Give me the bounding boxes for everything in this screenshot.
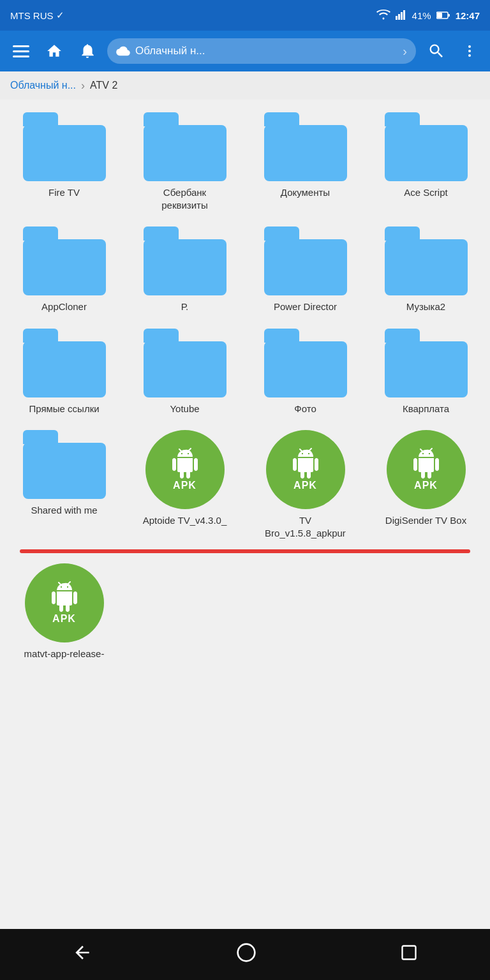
android-icon [170,448,200,479]
folder-label: Сбербанк реквизиты [140,186,230,211]
folder-pryamye[interactable]: Прямые ссылки [5,321,123,420]
breadcrumb-parent[interactable]: Облачный н... [10,80,76,91]
folder-muzyka2[interactable]: Музыка2 [367,219,485,318]
folder-label: Фото [294,403,316,415]
apk-label: Aptoide TV_v4.3.0_ [143,514,226,527]
bottom-nav [0,929,490,980]
wifi-icon [376,10,390,22]
empty-cell [126,556,244,665]
empty-cell [246,556,364,665]
folder-appcloner[interactable]: AppCloner [5,219,123,318]
more-vert-icon [462,42,477,60]
more-options-button[interactable] [457,37,482,65]
file-grid: Fire TV Сбербанк реквизиты Документы Ace… [0,100,490,549]
cloud-breadcrumb-pill[interactable]: Облачный н... › [107,38,416,64]
back-icon [72,942,93,963]
status-indicators: 41% 12:47 [376,10,480,22]
cloud-label: Облачный н... [135,45,205,57]
status-bar: MTS RUS ✓ 41% 12:47 [0,0,490,31]
hamburger-menu-button[interactable] [8,40,34,63]
apk-badge: APK [293,480,317,491]
battery-icon [436,10,450,21]
apk-badge: APK [414,480,438,491]
apk-badge: APK [52,613,76,625]
folder-label: Ace Script [404,186,447,199]
apk-icon: APK [387,430,466,509]
recents-icon [400,944,418,961]
home-icon [46,43,63,59]
folder-yotube[interactable]: Yotube [126,321,244,420]
svg-point-7 [468,45,471,48]
signal-bars-icon [396,10,407,22]
folder-kvarplata[interactable]: Кварплата [367,321,485,420]
home-button[interactable] [41,38,68,64]
folder-label: Power Director [274,301,337,313]
folder-documents[interactable]: Документы [246,105,364,216]
svg-rect-11 [403,946,416,959]
folder-power-director[interactable]: Power Director [246,219,364,318]
android-icon [411,448,442,479]
svg-rect-1 [398,14,400,20]
apk-aptoide[interactable]: APK Aptoide TV_v4.3.0_ [126,422,244,544]
svg-rect-6 [448,14,450,17]
svg-rect-2 [401,12,403,20]
empty-cell [367,556,485,665]
svg-point-10 [238,944,255,961]
notifications-button[interactable] [74,38,101,64]
apk-badge: APK [173,480,197,491]
apk-label: matvt-app-release- [24,648,105,660]
android-icon [290,448,321,479]
apk-label: TV Bro_v1.5.8_apkpur [261,514,350,539]
svg-rect-3 [403,10,405,20]
folder-label: Прямые ссылки [29,403,99,415]
search-icon [427,42,445,60]
back-button[interactable] [57,936,108,974]
android-icon [49,581,80,612]
apk-label: DigiSender TV Box [385,514,466,527]
svg-point-9 [468,54,471,57]
folder-label: Fire TV [48,186,80,199]
apk-tv-bro[interactable]: APK TV Bro_v1.5.8_apkpur [246,422,364,544]
clock: 12:47 [456,10,480,21]
folder-r[interactable]: Р. [126,219,244,318]
folder-fire-tv[interactable]: Fire TV [5,105,123,216]
svg-rect-5 [437,13,442,18]
folder-shared-with-me[interactable]: Shared with me [5,422,123,544]
apk-matvt[interactable]: APK matvt-app-release- [5,556,123,665]
search-button[interactable] [422,37,450,65]
folder-ace-script[interactable]: Ace Script [367,105,485,216]
svg-rect-0 [396,16,397,20]
folder-label: Yotube [170,403,199,415]
breadcrumb-path: Облачный н... › ATV 2 [0,71,490,100]
folder-sberbank[interactable]: Сбербанк реквизиты [126,105,244,216]
folder-label: Документы [281,186,330,199]
battery-level: 41% [412,10,431,21]
apk-icon: APK [145,430,225,509]
chevron-right-icon: › [403,44,407,59]
hamburger-icon [13,45,29,57]
cloud-icon [116,45,130,57]
recents-button[interactable] [385,937,433,972]
folder-label: Кварплата [403,403,449,415]
home-circle-icon [236,942,256,963]
file-grid-row5: APK matvt-app-release- [0,553,490,729]
folder-label: Shared with me [31,504,97,517]
notifications-icon [79,43,96,59]
apk-icon: APK [266,430,345,509]
folder-foto[interactable]: Фото [246,321,364,420]
status-carrier: MTS RUS ✓ [10,10,64,21]
apk-icon: APK [25,563,104,642]
top-bar: Облачный н... › [0,31,490,71]
breadcrumb-current: ATV 2 [90,80,117,91]
svg-point-8 [468,50,471,52]
folder-label: Р. [181,301,188,313]
apk-digisender[interactable]: APK DigiSender TV Box [367,422,485,544]
folder-label: Музыка2 [406,301,445,313]
folder-label: AppCloner [41,301,87,313]
home-nav-button[interactable] [221,936,272,974]
breadcrumb-chevron: › [81,79,85,93]
